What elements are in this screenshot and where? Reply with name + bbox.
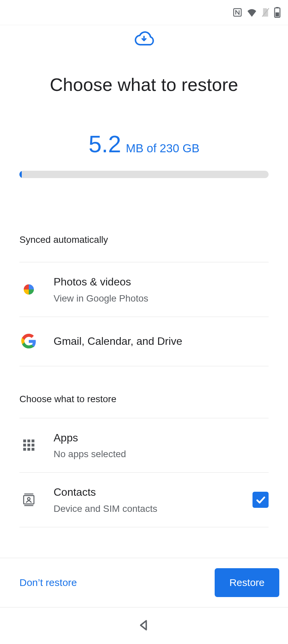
restore-item-apps[interactable]: Apps No apps selected — [19, 418, 269, 473]
section-heading-synced: Synced automatically — [0, 234, 288, 245]
svg-rect-10 — [31, 444, 34, 446]
storage-used-value: 5.2 — [88, 132, 121, 156]
section-heading-choose: Choose what to restore — [0, 394, 288, 405]
svg-rect-5 — [23, 440, 26, 442]
hero: Choose what to restore 5.2 MB of 230 GB — [0, 25, 288, 178]
svg-rect-13 — [31, 448, 34, 451]
synced-item-subtitle: View in Google Photos — [54, 293, 269, 304]
svg-rect-3 — [276, 7, 279, 8]
navigation-bar — [0, 607, 288, 644]
restore-button[interactable]: Restore — [215, 568, 279, 597]
nfc-icon — [232, 7, 242, 17]
restore-item-title: Apps — [54, 431, 269, 445]
svg-point-16 — [27, 497, 30, 500]
status-bar — [0, 0, 288, 25]
main-content: Choose what to restore 5.2 MB of 230 GB … — [0, 25, 288, 558]
synced-item-title: Photos & videos — [54, 275, 269, 289]
wifi-icon — [246, 8, 257, 17]
apps-grid-icon — [19, 438, 38, 452]
no-sim-icon — [261, 7, 270, 17]
restore-item-title: Contacts — [54, 485, 237, 499]
svg-rect-12 — [27, 448, 30, 451]
page-title: Choose what to restore — [0, 74, 288, 95]
svg-rect-9 — [27, 444, 30, 446]
svg-rect-11 — [23, 448, 26, 451]
synced-item-google[interactable]: Gmail, Calendar, and Drive — [19, 317, 269, 366]
svg-rect-4 — [276, 12, 279, 16]
battery-icon — [274, 7, 281, 18]
restore-item-subtitle: Device and SIM contacts — [54, 503, 237, 514]
back-icon[interactable] — [137, 619, 151, 633]
dont-restore-button[interactable]: Don’t restore — [19, 577, 77, 588]
storage-total-label: MB of 230 GB — [126, 142, 200, 155]
restore-item-contacts[interactable]: Contacts Device and SIM contacts — [19, 473, 269, 527]
google-g-icon — [19, 333, 38, 350]
footer-actions: Don’t restore Restore — [0, 558, 288, 607]
svg-rect-6 — [27, 440, 30, 442]
contacts-checkbox[interactable] — [253, 492, 269, 508]
svg-rect-7 — [31, 440, 34, 442]
svg-rect-8 — [23, 444, 26, 446]
synced-item-photos[interactable]: Photos & videos View in Google Photos — [19, 262, 269, 317]
contacts-icon — [19, 492, 38, 507]
storage-progress-fill — [19, 171, 22, 178]
cloud-download-icon — [133, 30, 155, 48]
google-photos-icon — [19, 281, 38, 298]
storage-usage: 5.2 MB of 230 GB — [0, 132, 288, 156]
synced-item-title: Gmail, Calendar, and Drive — [54, 334, 269, 348]
restore-item-subtitle: No apps selected — [54, 449, 269, 460]
storage-progress-bar — [19, 171, 269, 178]
